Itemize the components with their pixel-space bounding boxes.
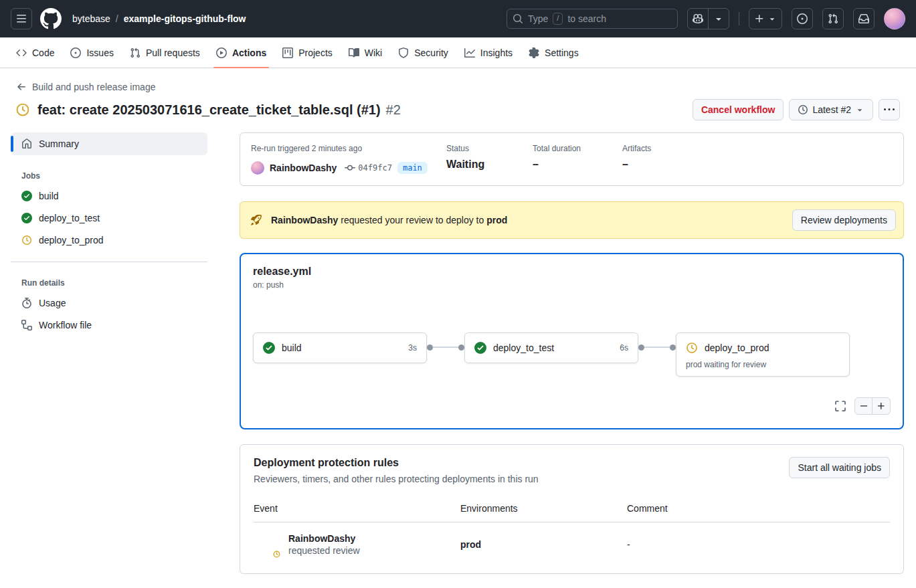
protection-title: Deployment protection rules xyxy=(254,457,539,469)
tab-actions[interactable]: Actions xyxy=(208,37,274,68)
issue-opened-icon xyxy=(797,13,808,24)
sidebar-workflow-file-label: Workflow file xyxy=(39,320,92,330)
check-circle-icon xyxy=(474,342,486,354)
commit-link[interactable]: 04f9fc7 xyxy=(345,163,392,173)
connector-line xyxy=(644,347,670,348)
graph-node-deploy-to-test[interactable]: deploy_to_test 6s xyxy=(464,332,638,363)
header-divider xyxy=(739,12,739,25)
connector-dot xyxy=(427,345,433,351)
breadcrumb-org-link[interactable]: bytebase xyxy=(72,13,110,24)
zoom-in-button[interactable] xyxy=(873,397,891,415)
zoom-out-button[interactable] xyxy=(854,397,873,415)
sidebar-job-deploy-to-test[interactable]: deploy_to_test xyxy=(11,207,207,229)
fullscreen-icon xyxy=(834,400,846,412)
run-version-label: Latest #2 xyxy=(812,104,851,115)
rocket-icon xyxy=(251,215,262,225)
reviewer-name[interactable]: RainbowDashy xyxy=(288,533,360,544)
copilot-dropdown-button[interactable] xyxy=(708,9,729,29)
branch-badge[interactable]: main xyxy=(397,162,428,174)
slash-keycap: / xyxy=(553,13,563,24)
tab-security[interactable]: Security xyxy=(390,37,456,68)
review-request-banner: RainbowDashy requested your review to de… xyxy=(240,201,904,239)
check-circle-icon xyxy=(21,191,32,201)
graph-node-name: build xyxy=(282,342,302,353)
sidebar-divider xyxy=(11,262,207,262)
sidebar-job-label: build xyxy=(39,191,59,201)
clock-icon xyxy=(21,235,32,246)
chevron-down-icon xyxy=(855,105,864,114)
copilot-split-button xyxy=(687,8,729,29)
copilot-button[interactable] xyxy=(688,9,708,29)
review-deployments-button[interactable]: Review deployments xyxy=(792,209,896,231)
chevron-down-icon xyxy=(713,13,724,24)
column-event: Event xyxy=(254,503,460,514)
tab-issues[interactable]: Issues xyxy=(62,37,121,68)
graph-icon xyxy=(464,47,475,58)
create-new-button[interactable] xyxy=(749,8,782,29)
search-placeholder-post: to search xyxy=(567,13,606,24)
workflow-name: Build and push release image xyxy=(32,82,155,92)
issues-dashboard-button[interactable] xyxy=(792,8,813,29)
user-avatar[interactable] xyxy=(884,8,905,29)
start-all-waiting-jobs-button[interactable]: Start all waiting jobs xyxy=(789,457,890,478)
hamburger-menu-button[interactable] xyxy=(11,8,32,29)
column-comment: Comment xyxy=(627,503,890,514)
pending-clock-badge-icon xyxy=(271,549,282,560)
chevron-down-icon xyxy=(767,14,777,23)
history-icon xyxy=(798,104,808,115)
tab-settings[interactable]: Settings xyxy=(521,37,587,68)
sidebar-item-summary[interactable]: Summary xyxy=(11,132,207,155)
tab-code[interactable]: Code xyxy=(8,37,62,68)
stopwatch-icon xyxy=(21,298,32,308)
search-placeholder-pre: Type xyxy=(528,13,548,24)
protection-subtitle: Reviewers, timers, and other rules prote… xyxy=(254,474,539,484)
arrow-left-icon xyxy=(16,82,27,92)
graph-node-deploy-to-prod[interactable]: deploy_to_prod prod waiting for review xyxy=(676,332,850,377)
breadcrumb: bytebase / example-gitops-github-flow xyxy=(72,13,246,24)
run-number: #2 xyxy=(386,102,401,118)
tab-label: Settings xyxy=(545,47,579,58)
sidebar-item-workflow-file[interactable]: Workflow file xyxy=(11,314,207,336)
breadcrumb-repo-link[interactable]: example-gitops-github-flow xyxy=(124,13,246,24)
pull-request-icon xyxy=(828,13,838,24)
run-version-dropdown[interactable]: Latest #2 xyxy=(789,99,873,120)
kebab-horizontal-icon xyxy=(884,104,895,115)
book-icon xyxy=(349,47,359,58)
breadcrumb-separator: / xyxy=(116,13,118,24)
minus-icon xyxy=(859,401,868,411)
tab-wiki[interactable]: Wiki xyxy=(341,37,390,68)
reviewer-avatar[interactable] xyxy=(254,531,280,558)
plus-icon xyxy=(754,13,765,24)
protection-table: Event Environments Comment RainbowDa xyxy=(254,496,890,567)
github-logo[interactable] xyxy=(40,8,62,29)
pull-request-icon xyxy=(130,47,141,58)
actor-link[interactable]: RainbowDashy xyxy=(270,163,337,173)
graph-node-build[interactable]: build 3s xyxy=(253,332,427,363)
tab-projects[interactable]: Projects xyxy=(274,37,341,68)
search-input[interactable]: Type / to search xyxy=(507,9,678,29)
artifacts-label: Artifacts xyxy=(622,144,651,153)
inbox-button[interactable] xyxy=(853,8,875,29)
gear-icon xyxy=(529,47,539,58)
run-options-kebab-button[interactable] xyxy=(879,99,900,120)
pull-requests-dashboard-button[interactable] xyxy=(822,8,844,29)
fullscreen-button[interactable] xyxy=(834,400,846,412)
graph-node-note: prod waiting for review xyxy=(676,360,849,376)
check-circle-icon xyxy=(21,213,32,223)
review-request-actor[interactable]: RainbowDashy xyxy=(271,215,338,225)
back-to-workflow-link[interactable]: Build and push release image xyxy=(16,82,155,92)
actor-avatar[interactable] xyxy=(251,161,264,175)
artifacts-value: – xyxy=(622,159,651,171)
inbox-icon xyxy=(858,13,869,24)
tab-label: Pull requests xyxy=(146,47,200,58)
sidebar-item-usage[interactable]: Usage xyxy=(11,292,207,314)
sidebar-job-deploy-to-prod[interactable]: deploy_to_prod xyxy=(11,229,207,251)
status-label: Status xyxy=(446,144,533,153)
cancel-workflow-button[interactable]: Cancel workflow xyxy=(693,99,784,120)
tab-pull-requests[interactable]: Pull requests xyxy=(122,37,208,68)
sidebar-job-build[interactable]: build xyxy=(11,185,207,207)
tab-label: Projects xyxy=(298,47,333,58)
sidebar-job-label: deploy_to_prod xyxy=(39,235,104,246)
tab-insights[interactable]: Insights xyxy=(456,37,521,68)
protection-table-header: Event Environments Comment xyxy=(254,496,890,522)
